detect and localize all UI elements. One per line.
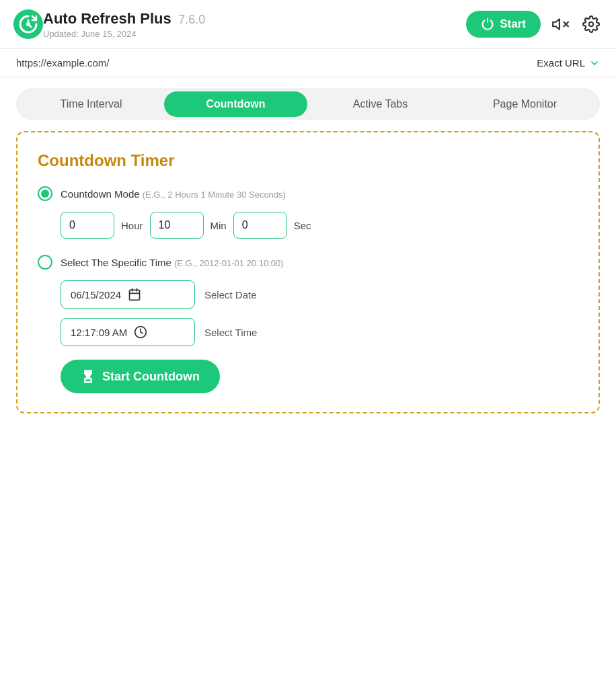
start-countdown-label: Start Countdown	[102, 370, 200, 384]
svg-rect-11	[85, 380, 90, 382]
time-picker[interactable]: 12:17:09 AM	[61, 318, 195, 346]
sec-input[interactable]	[233, 212, 287, 239]
clock-icon	[134, 325, 147, 339]
date-picker-label: Select Date	[204, 289, 257, 300]
tab-active-tabs[interactable]: Active Tabs	[309, 91, 452, 117]
calendar-icon	[128, 288, 141, 301]
countdown-mode-row: Countdown Mode (E.G., 2 Hours 1 Minute 3…	[38, 186, 578, 201]
countdown-mode-label: Countdown Mode (E.G., 2 Hours 1 Minute 3…	[61, 188, 286, 200]
min-label: Min	[210, 220, 227, 231]
tab-page-monitor[interactable]: Page Monitor	[453, 91, 596, 117]
gear-icon	[582, 15, 600, 33]
app-logo	[13, 9, 43, 39]
countdown-mode-radio[interactable]	[38, 186, 52, 201]
url-display: https://example.com/	[16, 57, 537, 69]
update-date: Updated: June 15, 2024	[43, 29, 466, 39]
min-input[interactable]	[150, 212, 204, 239]
date-picker[interactable]: 06/15/2024	[61, 280, 195, 309]
mute-icon	[551, 15, 569, 33]
mute-button[interactable]	[549, 13, 572, 36]
hourglass-icon	[81, 369, 95, 384]
svg-point-5	[589, 22, 594, 27]
header-actions: Start	[466, 11, 603, 38]
time-value: 12:17:09 AM	[71, 327, 127, 338]
hour-input[interactable]	[61, 212, 114, 239]
tabs-container: Time Interval Countdown Active Tabs Page…	[0, 77, 616, 131]
chevron-down-icon	[589, 58, 600, 69]
sec-label: Sec	[294, 220, 311, 231]
countdown-mode-hint: (E.G., 2 Hours 1 Minute 30 Seconds)	[143, 190, 286, 200]
url-match-selector[interactable]: Exact URL	[537, 57, 600, 69]
hour-label: Hour	[121, 220, 143, 231]
settings-button[interactable]	[580, 13, 603, 36]
start-button[interactable]: Start	[466, 11, 541, 38]
specific-time-radio[interactable]	[38, 255, 52, 270]
date-picker-row: 06/15/2024 Select Date	[61, 280, 578, 309]
date-value: 06/15/2024	[71, 289, 121, 300]
panel-title: Countdown Timer	[38, 151, 578, 170]
time-picker-row: 12:17:09 AM Select Time	[61, 318, 578, 346]
specific-time-row: Select The Specific Time (E.G., 2012-01-…	[38, 255, 578, 270]
time-inputs-row: Hour Min Sec	[61, 212, 578, 239]
header-title-block: Auto Refresh Plus 7.6.0 Updated: June 15…	[43, 10, 466, 39]
svg-rect-6	[130, 290, 140, 300]
main-content: Countdown Timer Countdown Mode (E.G., 2 …	[0, 131, 616, 430]
tab-bar: Time Interval Countdown Active Tabs Page…	[16, 88, 600, 120]
tab-countdown[interactable]: Countdown	[164, 91, 307, 117]
app-version: 7.6.0	[178, 13, 205, 26]
url-bar: https://example.com/ Exact URL	[0, 49, 616, 77]
url-match-type: Exact URL	[537, 57, 585, 69]
svg-marker-2	[553, 19, 560, 29]
countdown-panel: Countdown Timer Countdown Mode (E.G., 2 …	[16, 131, 600, 413]
start-countdown-button[interactable]: Start Countdown	[61, 360, 220, 393]
power-icon	[481, 17, 494, 31]
time-picker-label: Select Time	[204, 327, 257, 338]
specific-time-label: Select The Specific Time (E.G., 2012-01-…	[61, 257, 284, 268]
header: Auto Refresh Plus 7.6.0 Updated: June 15…	[0, 0, 616, 49]
specific-time-hint: (E.G., 2012-01-01 20:10:00)	[174, 258, 284, 268]
tab-time-interval[interactable]: Time Interval	[20, 91, 163, 117]
app-name: Auto Refresh Plus	[43, 10, 171, 27]
